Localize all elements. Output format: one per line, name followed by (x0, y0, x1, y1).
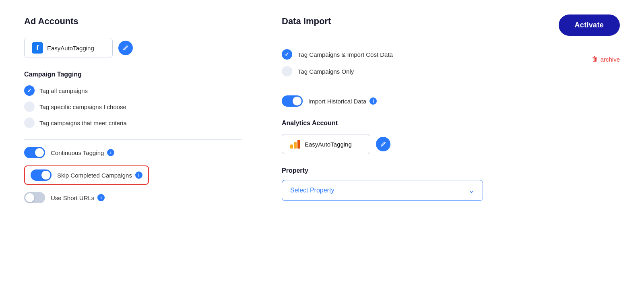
skip-completed-info-icon[interactable]: i (135, 171, 142, 179)
toggle-slider-continuous (24, 147, 45, 158)
divider-2 (282, 88, 612, 88)
property-section: Property Select Property ⌄ (282, 167, 612, 201)
analytics-account-title: Analytics Account (282, 120, 612, 127)
continuous-tagging-info-icon[interactable]: i (107, 149, 114, 156)
short-urls-info-icon[interactable]: i (97, 194, 105, 201)
right-column: Data Import Tag Campaigns & Import Cost … (266, 16, 620, 267)
short-urls-label: Use Short URLs i (51, 194, 105, 201)
import-option-tag-cost[interactable]: Tag Campaigns & Import Cost Data (282, 49, 612, 60)
import-options: Tag Campaigns & Import Cost Data Tag Cam… (282, 49, 612, 76)
google-analytics-icon (289, 138, 301, 150)
continuous-tagging-toggle[interactable] (24, 147, 45, 158)
pencil-icon-analytics (380, 141, 386, 147)
ad-account-name: EasyAutoTagging (47, 45, 94, 52)
radio-unchecked-icon-2 (24, 118, 35, 128)
short-urls-row: Use Short URLs i (24, 192, 242, 203)
short-urls-toggle[interactable] (24, 192, 45, 203)
ga-bars (290, 140, 300, 149)
radio-unchecked-icon (24, 101, 35, 112)
skip-completed-toggle[interactable] (31, 169, 52, 181)
edit-account-button[interactable] (118, 41, 133, 55)
import-historical-label: Import Historical Data i (308, 97, 377, 105)
import-tag-only-label: Tag Campaigns Only (298, 68, 354, 75)
ga-bar-1 (290, 145, 293, 149)
trash-icon: 🗑 (592, 56, 598, 63)
skip-completed-campaigns-highlight: Skip Completed Campaigns i (24, 165, 149, 185)
select-property-dropdown[interactable]: Select Property ⌄ (282, 180, 483, 201)
analytics-account-name: EasyAutoTagging (305, 141, 352, 148)
campaign-option-all-label: Tag all campaigns (39, 87, 88, 94)
import-unchecked-icon (282, 66, 292, 76)
skip-completed-label: Skip Completed Campaigns i (57, 171, 142, 179)
pencil-icon (122, 45, 129, 51)
continuous-tagging-label: Continuous Tagging i (51, 149, 114, 156)
ga-bar-3 (297, 140, 300, 149)
page-container: Ad Accounts f EasyAutoTagging Campaign T… (0, 0, 644, 283)
import-historical-row: Import Historical Data i (282, 95, 612, 107)
property-label: Property (282, 167, 612, 174)
campaign-option-specific[interactable]: Tag specific campaigns I choose (24, 101, 242, 112)
archive-area: 🗑 archive (592, 56, 620, 63)
radio-checked-icon (24, 85, 35, 96)
toggle-slider-skip (31, 169, 52, 181)
campaign-option-all[interactable]: Tag all campaigns (24, 85, 242, 96)
chevron-down-icon: ⌄ (469, 186, 475, 195)
ad-account-box[interactable]: f EasyAutoTagging (24, 38, 113, 58)
toggle-slider-shorturls (24, 192, 45, 203)
select-property-text: Select Property (290, 187, 334, 194)
continuous-tagging-row: Continuous Tagging i (24, 147, 242, 158)
left-column: Ad Accounts f EasyAutoTagging Campaign T… (24, 16, 266, 267)
import-tag-cost-label: Tag Campaigns & Import Cost Data (298, 51, 393, 58)
campaign-option-criteria-label: Tag campaigns that meet criteria (39, 120, 127, 126)
campaign-option-specific-label: Tag specific campaigns I choose (39, 103, 126, 110)
import-checked-icon (282, 49, 292, 60)
analytics-account-row: EasyAutoTagging (282, 134, 612, 154)
facebook-icon: f (32, 42, 43, 54)
campaign-tagging-title: Campaign Tagging (24, 71, 242, 78)
import-historical-info-icon[interactable]: i (369, 97, 377, 105)
edit-analytics-button[interactable] (376, 137, 390, 151)
import-historical-toggle[interactable] (282, 95, 303, 107)
toggle-slider-historical (282, 95, 303, 107)
archive-button[interactable]: 🗑 archive (592, 56, 620, 63)
account-row: f EasyAutoTagging (24, 38, 242, 58)
analytics-account-box[interactable]: EasyAutoTagging (282, 134, 370, 154)
activate-button[interactable]: Activate (559, 14, 620, 36)
campaign-tagging-options: Tag all campaigns Tag specific campaigns… (24, 85, 242, 128)
campaign-option-criteria[interactable]: Tag campaigns that meet criteria (24, 118, 242, 128)
data-import-title: Data Import (282, 16, 331, 27)
ga-bar-2 (294, 142, 297, 149)
ad-accounts-title: Ad Accounts (24, 16, 242, 27)
import-option-tag-only[interactable]: Tag Campaigns Only (282, 66, 612, 76)
divider-1 (24, 139, 242, 140)
analytics-section: Analytics Account EasyAutoTagging (282, 120, 612, 154)
